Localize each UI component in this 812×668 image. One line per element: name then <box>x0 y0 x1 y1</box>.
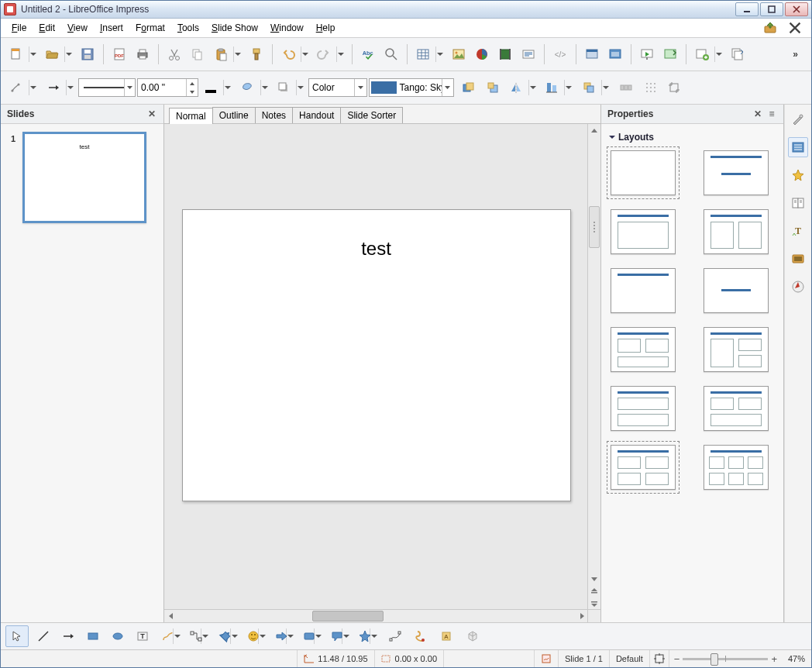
grid-button[interactable] <box>640 77 662 98</box>
menu-insert[interactable]: Insert <box>94 21 129 35</box>
zoom-in-button[interactable]: + <box>771 653 777 665</box>
spellcheck-button[interactable]: Abc <box>357 43 379 65</box>
extrusion-tool[interactable] <box>461 625 484 647</box>
sidebar-transition-icon[interactable] <box>788 249 808 269</box>
arrow-style-button[interactable] <box>43 77 77 98</box>
status-signature[interactable] <box>535 650 559 667</box>
update-icon[interactable] <box>762 19 779 36</box>
canvas-viewport[interactable]: test <box>164 124 588 610</box>
slide-master-button[interactable] <box>604 43 626 65</box>
layout-two-over-one[interactable] <box>704 386 769 431</box>
menu-window[interactable]: Window <box>264 21 310 35</box>
close-master-button[interactable] <box>659 43 681 65</box>
sidebar-masterpages-icon[interactable] <box>788 193 808 213</box>
first-slide-button[interactable] <box>581 43 603 65</box>
slide-thumb-1[interactable]: 1 test <box>22 132 146 223</box>
menu-edit[interactable]: Edit <box>33 21 61 35</box>
tab-slidesorter[interactable]: Slide Sorter <box>340 107 403 123</box>
layout-centered-text[interactable] <box>704 268 769 313</box>
sidebar-settings-icon[interactable] <box>788 109 808 129</box>
close-document-icon[interactable] <box>786 19 803 36</box>
block-arrows-tool[interactable] <box>270 625 297 647</box>
properties-panel-close[interactable]: ✕ <box>752 108 763 119</box>
sidebar-properties-icon[interactable] <box>788 137 808 157</box>
hscroll-thumb[interactable] <box>312 611 384 622</box>
align-button[interactable] <box>541 77 575 98</box>
layout-four-content[interactable] <box>611 445 676 490</box>
position-size-button[interactable] <box>5 77 40 98</box>
fill-color-combo[interactable]: Tango: Sky <box>369 78 454 97</box>
arrange-button[interactable] <box>578 77 612 98</box>
table-button[interactable] <box>412 43 446 65</box>
tab-normal[interactable]: Normal <box>169 108 213 124</box>
zoom-value[interactable]: 47% <box>782 650 811 667</box>
vertical-scrollbar[interactable] <box>587 124 600 610</box>
layout-one-over-two[interactable] <box>704 327 769 372</box>
insert-chart-button[interactable] <box>471 43 493 65</box>
in-front-of-object-button[interactable] <box>482 77 504 98</box>
status-slide[interactable]: Slide 1 / 1 <box>559 650 610 667</box>
layouts-section-header[interactable]: Layouts <box>609 129 776 146</box>
connector-tool[interactable] <box>185 625 212 647</box>
window-close-button[interactable] <box>785 2 808 16</box>
menu-view[interactable]: View <box>61 21 94 35</box>
sidebar-navigator-icon[interactable] <box>788 277 808 297</box>
sidebar-star-icon[interactable] <box>788 165 808 185</box>
line-tool[interactable] <box>32 625 55 647</box>
insert-hyperlink-button[interactable]: </> <box>549 43 571 65</box>
horizontal-scrollbar[interactable] <box>164 609 588 622</box>
rectangle-tool[interactable] <box>81 625 105 647</box>
line-style-combo[interactable] <box>78 78 136 97</box>
print-button[interactable] <box>132 43 153 65</box>
slides-panel-close[interactable]: ✕ <box>146 108 157 119</box>
area-style-button[interactable] <box>237 77 271 98</box>
clone-formatting-button[interactable] <box>246 43 267 65</box>
select-tool[interactable] <box>5 625 29 647</box>
scroll-up-button[interactable] <box>588 124 600 136</box>
line-width-input[interactable] <box>138 82 186 93</box>
layout-two-content[interactable] <box>704 209 769 254</box>
maximize-button[interactable] <box>760 2 783 16</box>
curve-tool[interactable] <box>157 625 184 647</box>
new-slide-button[interactable] <box>691 43 725 65</box>
export-pdf-button[interactable]: PDF <box>108 43 130 65</box>
slide-canvas[interactable]: test <box>182 209 571 501</box>
cut-button[interactable] <box>163 43 185 65</box>
minimize-button[interactable] <box>735 2 759 16</box>
undo-button[interactable] <box>277 43 311 65</box>
layout-title-content[interactable] <box>611 209 676 254</box>
slide-text[interactable]: test <box>183 238 570 260</box>
line-width-up[interactable] <box>187 79 198 88</box>
menu-file[interactable]: File <box>5 21 33 35</box>
gluepoints-tool[interactable] <box>408 625 432 647</box>
zoom-track[interactable] <box>683 658 768 660</box>
prev-slide-button[interactable] <box>588 585 600 597</box>
layout-content-over-content[interactable] <box>611 386 676 431</box>
status-page-style[interactable]: Default <box>610 650 650 667</box>
line-width-field[interactable] <box>137 78 198 97</box>
layout-blank[interactable] <box>611 150 676 195</box>
slides-list[interactable]: 1 test <box>1 124 163 622</box>
zoom-thumb[interactable] <box>710 653 718 666</box>
insert-image-button[interactable] <box>448 43 470 65</box>
status-insert-mode[interactable] <box>444 650 535 667</box>
save-button[interactable] <box>77 43 98 65</box>
tab-handout[interactable]: Handout <box>292 107 341 123</box>
bring-to-front-button[interactable] <box>457 77 479 98</box>
new-button[interactable] <box>5 43 40 65</box>
layout-title-only-2[interactable] <box>611 268 676 313</box>
menu-format[interactable]: Format <box>129 21 171 35</box>
scroll-down-button[interactable] <box>588 573 600 585</box>
flip-button[interactable] <box>505 77 539 98</box>
menu-help[interactable]: Help <box>310 21 342 35</box>
sidebar-animation-icon[interactable]: T <box>788 221 808 241</box>
layout-two-content-over-one[interactable] <box>611 327 676 372</box>
fontwork-tool[interactable]: A <box>435 625 458 647</box>
menu-slideshow[interactable]: Slide Show <box>205 21 264 35</box>
properties-panel-menu[interactable]: ≡ <box>766 108 777 119</box>
pane-splitter-handle[interactable] <box>589 206 600 248</box>
ellipse-tool[interactable] <box>106 625 129 647</box>
points-tool[interactable] <box>384 625 407 647</box>
layout-six-content[interactable] <box>704 445 769 490</box>
start-slideshow-button[interactable] <box>636 43 658 65</box>
